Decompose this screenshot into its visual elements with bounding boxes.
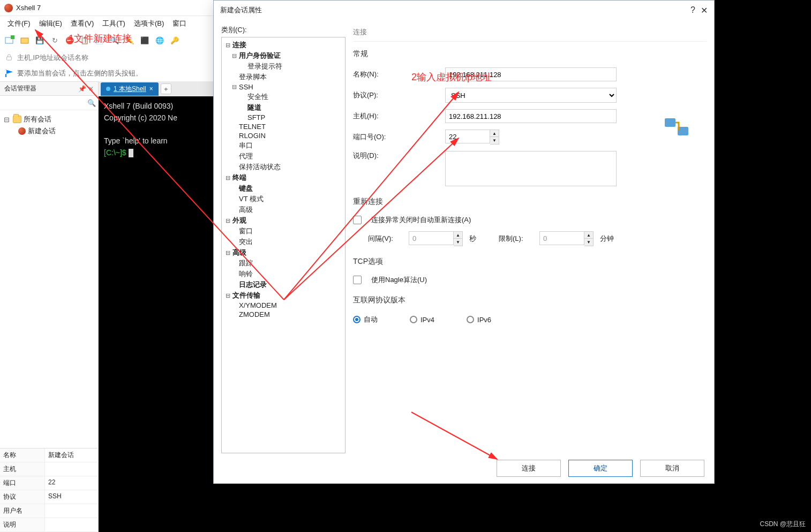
- radio-auto[interactable]: 自动: [353, 315, 378, 324]
- copy-icon[interactable]: 📋: [78, 34, 91, 47]
- name-input[interactable]: [445, 67, 617, 81]
- reconnect-icon[interactable]: ↻: [48, 34, 61, 47]
- category-item[interactable]: ⊟连接: [223, 40, 344, 50]
- tree-toggle-icon[interactable]: ⊟: [2, 116, 11, 124]
- tree-toggle-icon[interactable]: ⊟: [224, 249, 231, 256]
- radio-icon: [467, 316, 474, 323]
- limit-spinner[interactable]: ▲▼: [539, 231, 594, 246]
- category-item[interactable]: VT 模式: [223, 194, 344, 204]
- category-item[interactable]: 登录脚本: [223, 72, 344, 82]
- menu-view[interactable]: 查看(V): [67, 18, 97, 29]
- menu-file[interactable]: 文件(F): [4, 18, 34, 29]
- port-spinner[interactable]: ▲▼: [445, 130, 499, 145]
- category-label: 终端: [232, 173, 246, 183]
- globe-icon[interactable]: 🌐: [153, 34, 166, 47]
- menu-edit[interactable]: 编辑(E): [36, 18, 65, 29]
- svg-rect-1: [11, 35, 14, 39]
- open-icon[interactable]: [18, 34, 31, 47]
- cancel-button[interactable]: 取消: [640, 460, 704, 477]
- category-item[interactable]: 串口: [223, 140, 344, 151]
- new-session-icon[interactable]: [3, 34, 16, 47]
- category-item[interactable]: RLOGIN: [223, 131, 344, 140]
- highlight-icon[interactable]: ✏️: [123, 34, 136, 47]
- disconnect-icon[interactable]: ⛔: [63, 34, 76, 47]
- category-tree[interactable]: ⊟连接⊟用户身份验证登录提示符登录脚本⊟SSH安全性隧道SFTPTELNETRL…: [221, 37, 346, 453]
- category-item[interactable]: 日志记录: [223, 279, 344, 290]
- category-item[interactable]: ⊟高级: [223, 247, 344, 258]
- host-input[interactable]: [445, 109, 617, 123]
- spin-up-icon[interactable]: ▲: [490, 130, 499, 137]
- category-label: 高级: [232, 248, 246, 257]
- session-search-input[interactable]: [2, 98, 87, 108]
- tree-toggle-icon[interactable]: ⊟: [224, 217, 231, 224]
- session-tree[interactable]: ⊟ 所有会话 新建会话: [0, 110, 98, 448]
- spin-down-icon[interactable]: ▼: [454, 239, 462, 246]
- save-icon[interactable]: 💾: [33, 34, 46, 47]
- tab-add-button[interactable]: +: [161, 83, 171, 94]
- category-item[interactable]: 保持活动状态: [223, 162, 344, 172]
- tree-toggle-icon[interactable]: ⊟: [224, 174, 231, 181]
- close-icon[interactable]: ✕: [701, 5, 708, 16]
- menu-tab[interactable]: 选项卡(B): [131, 18, 167, 29]
- port-input[interactable]: [445, 130, 490, 143]
- tree-root-label[interactable]: 所有会话: [24, 115, 51, 124]
- key-icon[interactable]: 🔑: [168, 34, 181, 47]
- category-item[interactable]: ZMODEM: [223, 310, 344, 319]
- spin-down-icon[interactable]: ▼: [584, 239, 593, 246]
- connect-button[interactable]: 连接: [497, 460, 561, 477]
- tab-local-shell[interactable]: 1 本地Shell ×: [101, 82, 159, 96]
- nagle-checkbox[interactable]: [353, 276, 362, 284]
- category-item[interactable]: ⊟文件传输: [223, 290, 344, 301]
- category-item[interactable]: ⊟终端: [223, 172, 344, 183]
- tree-toggle-icon[interactable]: ⊟: [230, 52, 238, 59]
- category-item[interactable]: 代理: [223, 151, 344, 162]
- category-item[interactable]: 突出: [223, 237, 344, 247]
- radio-ipv4[interactable]: IPv4: [410, 316, 434, 324]
- paste-icon[interactable]: 📄: [93, 34, 106, 47]
- category-item[interactable]: 高级: [223, 204, 344, 215]
- color-icon[interactable]: ⬛: [138, 34, 151, 47]
- category-item[interactable]: ⊟外观: [223, 215, 344, 226]
- category-item[interactable]: 响铃: [223, 269, 344, 279]
- interval-input[interactable]: [409, 231, 454, 245]
- limit-input[interactable]: [539, 231, 584, 245]
- menu-tools[interactable]: 工具(T): [99, 18, 129, 29]
- category-item[interactable]: X/YMODEM: [223, 301, 344, 310]
- panel-close-icon[interactable]: ✕: [88, 85, 94, 93]
- prop-val-host: [45, 462, 98, 476]
- category-item[interactable]: ⊟SSH: [223, 82, 344, 92]
- category-item[interactable]: 安全性: [223, 92, 344, 102]
- help-icon[interactable]: ?: [690, 5, 695, 16]
- prop-val-proto: SSH: [45, 490, 98, 504]
- pin-icon[interactable]: 📌: [78, 85, 86, 93]
- spin-up-icon[interactable]: ▲: [584, 232, 593, 239]
- category-item[interactable]: 窗口: [223, 226, 344, 237]
- ok-button[interactable]: 确定: [568, 460, 633, 477]
- category-item[interactable]: 隧道: [223, 102, 344, 113]
- find-icon[interactable]: 🔍: [108, 34, 121, 47]
- desc-textarea[interactable]: [445, 151, 617, 186]
- protocol-select[interactable]: SSH: [445, 88, 617, 103]
- prop-key-host: 主机: [0, 462, 45, 476]
- tab-close-icon[interactable]: ×: [149, 85, 153, 93]
- category-item[interactable]: SFTP: [223, 113, 344, 122]
- search-icon[interactable]: 🔍: [87, 99, 96, 107]
- category-item[interactable]: TELNET: [223, 122, 344, 131]
- category-item[interactable]: 键盘: [223, 183, 344, 194]
- category-item[interactable]: ⊟用户身份验证: [223, 50, 344, 61]
- category-item[interactable]: 跟踪: [223, 258, 344, 269]
- dialog-title: 新建会话属性: [220, 5, 262, 15]
- menu-window[interactable]: 窗口: [169, 18, 190, 29]
- interval-spinner[interactable]: ▲▼: [409, 231, 463, 246]
- spin-down-icon[interactable]: ▼: [490, 137, 499, 144]
- tree-session-label[interactable]: 新建会话: [28, 126, 56, 136]
- prop-key-port: 端口: [0, 476, 45, 490]
- app-title: Xshell 7: [16, 4, 41, 12]
- tree-toggle-icon[interactable]: ⊟: [230, 83, 238, 90]
- tree-toggle-icon[interactable]: ⊟: [224, 42, 231, 49]
- tree-toggle-icon[interactable]: ⊟: [224, 292, 231, 299]
- radio-ipv6[interactable]: IPv6: [467, 316, 491, 324]
- spin-up-icon[interactable]: ▲: [454, 232, 462, 239]
- category-item[interactable]: 登录提示符: [223, 61, 344, 72]
- auto-reconnect-checkbox[interactable]: [353, 216, 362, 224]
